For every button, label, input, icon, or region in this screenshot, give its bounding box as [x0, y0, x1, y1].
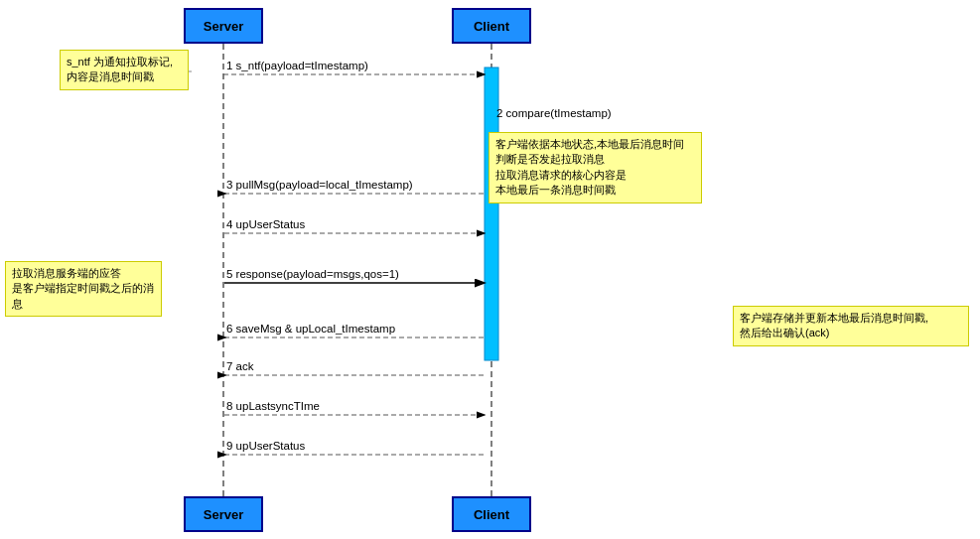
msg-3-label: 3 pullMsg(payload=local_tImestamp)	[226, 179, 413, 191]
server-top-actor: Server	[184, 8, 263, 44]
msg-7-label: 7 ack	[226, 360, 254, 372]
msg-1-label: 1 s_ntf(payload=tImestamp)	[226, 60, 368, 71]
client-bottom-actor: Client	[452, 496, 531, 532]
msg-4-label: 4 upUserStatus	[226, 218, 306, 230]
note-4: 客户端存储并更新本地最后消息时间戳,然后给出确认(ack)	[733, 306, 969, 346]
msg-5-label: 5 response(payload=msgs,qos=1)	[226, 268, 399, 280]
note-3: 拉取消息服务端的应答是客户端指定时间戳之后的消息	[5, 261, 162, 317]
note-2: 客户端依据本地状态,本地最后消息时间判断是否发起拉取消息拉取消息请求的核心内容是…	[489, 132, 702, 203]
msg-2-label: 2 compare(tImestamp)	[496, 107, 612, 119]
server-bottom-actor: Server	[184, 496, 263, 532]
msg-6-label: 6 saveMsg & upLocal_tImestamp	[226, 323, 395, 335]
client-top-actor: Client	[452, 8, 531, 44]
msg-9-label: 9 upUserStatus	[226, 440, 306, 452]
sequence-diagram: 1 s_ntf(payload=tImestamp) 2 compare(tIm…	[0, 0, 980, 539]
note-1: s_ntf 为通知拉取标记, 内容是消息时间戳	[60, 50, 189, 90]
msg-8-label: 8 upLastsyncTIme	[226, 400, 320, 412]
